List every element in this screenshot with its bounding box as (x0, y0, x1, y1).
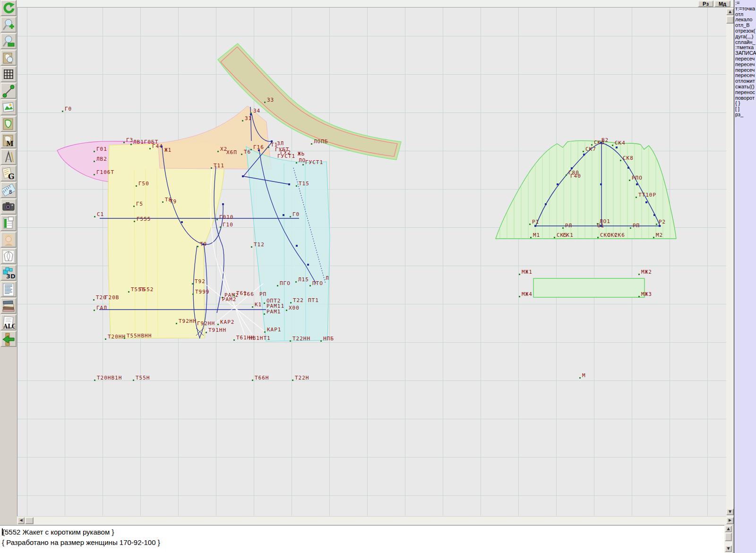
command-item[interactable]: лекало (735, 17, 756, 23)
command-item[interactable]: :=метка (735, 45, 756, 51)
3d-view-icon: 3D (2, 266, 15, 280)
toolbar-button-3d-view[interactable]: 3D (0, 265, 17, 281)
command-item[interactable]: рз_ (735, 112, 756, 118)
command-item[interactable]: пересеч (735, 56, 756, 62)
toolbar-button-ruler[interactable]: 8 (0, 182, 17, 198)
canvas-vscroll-down[interactable]: ▼ (726, 509, 734, 515)
zoom-in-icon (2, 18, 15, 32)
command-item[interactable]: отложит (735, 78, 756, 84)
toolbar-button-books[interactable] (0, 298, 17, 314)
books-icon (2, 299, 15, 313)
command-item[interactable]: пересеч (735, 73, 756, 78)
command-item[interactable]: сплайн_ (735, 40, 756, 45)
command-item[interactable]: т:=точка (735, 6, 756, 12)
piece-yellow-back[interactable] (108, 142, 224, 338)
ruler-icon: 8 (2, 183, 15, 198)
command-item[interactable]: поворот (735, 95, 756, 101)
toolbar-button-grid[interactable] (0, 66, 17, 82)
compass-icon (2, 150, 15, 164)
editor-vscroll-down[interactable]: ▼ (725, 545, 732, 552)
toolbar-button-compass[interactable] (0, 149, 17, 165)
segment-icon (2, 84, 15, 98)
grid-icon (2, 68, 15, 82)
g-document-icon: G (2, 167, 15, 181)
command-item[interactable]: отл (735, 12, 756, 17)
jacket-icon (2, 250, 15, 264)
canvas-hscroll-right[interactable]: ▶ (726, 517, 734, 524)
toolbar-button-pattern-piece[interactable] (0, 116, 17, 132)
toolbar-button-pattern-m[interactable]: M (0, 132, 17, 148)
canvas-vscroll-thumb[interactable] (726, 16, 734, 24)
toolbar-button-zoom-in[interactable] (0, 17, 17, 33)
command-item[interactable]: пересеч (735, 68, 756, 73)
command-item[interactable]: [ ] (735, 106, 756, 112)
canvas-vscroll-up[interactable]: ▲ (726, 9, 734, 15)
image-icon (2, 101, 15, 115)
canvas-vscroll-track[interactable] (726, 8, 734, 517)
toolbar-button-table[interactable] (0, 215, 17, 231)
toolbar-button-segment[interactable] (0, 83, 17, 99)
toolbar-button-algorithm[interactable]: ALG (0, 314, 17, 330)
algorithm-icon: ALG (2, 316, 15, 330)
piece-mj-rect[interactable] (533, 278, 644, 297)
toolbar-button-spec-list[interactable] (0, 281, 17, 297)
zoom-prev-icon (2, 35, 15, 49)
toolbar-button-view-pattern[interactable] (0, 50, 17, 66)
camera-icon (2, 200, 15, 214)
toolbar-button-model-photo[interactable] (0, 232, 17, 248)
command-item[interactable]: дуга(,,,) (735, 34, 756, 40)
threed-text: 3D (6, 273, 15, 280)
command-panel: :=т:=точкаотллекалоотл_Вотрезок(дуга(,,,… (734, 0, 756, 553)
md-button[interactable]: Мд (714, 0, 730, 7)
piece-sleeve-hatch (496, 141, 676, 239)
editor-line-1: {5552 Жакет с коротким рукавом } (2, 527, 724, 537)
spec-list-icon (2, 283, 15, 297)
command-item[interactable]: пересеч (735, 62, 756, 68)
toolbar-button-image[interactable] (0, 99, 17, 115)
top-strip (17, 0, 734, 8)
exit-arrow-icon (2, 332, 15, 346)
m-letter: M (6, 140, 14, 147)
command-item[interactable]: сжать(() (735, 84, 756, 90)
canvas-hscroll-left[interactable]: ◀ (17, 517, 25, 524)
canvas-hscroll-track[interactable] (17, 517, 734, 525)
toolbar-button-exit[interactable] (0, 331, 17, 347)
pattern-m-icon: M (2, 134, 15, 148)
left-toolbar: M G 8 3D ALG (0, 0, 17, 525)
pattern-piece-icon (2, 117, 15, 131)
canvas-hscroll-thumb[interactable] (25, 517, 34, 524)
view-pattern-icon (2, 51, 15, 65)
model-photo-icon (2, 233, 15, 247)
cad-window: { "top_buttons": { "rz": "Рз", "md": "Мд… (0, 0, 756, 553)
editor-vscroll-thumb[interactable] (725, 533, 732, 541)
command-item[interactable]: отрезок( (735, 28, 756, 34)
toolbar-button-camera[interactable] (0, 199, 17, 215)
toolbar-button-zoom-prev[interactable] (0, 33, 17, 49)
rotate-refresh-icon (2, 1, 15, 16)
table-icon (2, 216, 15, 231)
toolbar-button-rotate-refresh[interactable] (0, 0, 17, 16)
command-item[interactable]: перенос (735, 90, 756, 95)
editor-vscroll-up[interactable]: ▲ (725, 526, 732, 532)
editor-line-2: { Разработано на размер женщины 170-92-1… (2, 537, 724, 548)
command-item[interactable]: := (735, 0, 756, 6)
piece-teal-front[interactable] (246, 147, 330, 341)
alg-text: ALG (3, 323, 15, 330)
g-letter: G (8, 172, 15, 181)
toolbar-button-g-document[interactable]: G (0, 165, 17, 181)
drawing-canvas[interactable] (17, 8, 726, 516)
command-item[interactable]: { } (735, 101, 756, 106)
command-list: :=т:=точкаотллекалоотл_Вотрезок(дуга(,,,… (735, 0, 756, 118)
rz-button[interactable]: Рз (698, 0, 713, 7)
eight-digit: 8 (9, 190, 12, 195)
command-item[interactable]: ЗАПИСА (735, 51, 756, 56)
toolbar-button-jacket[interactable] (0, 248, 17, 264)
pattern-pieces-drawing (17, 8, 726, 516)
command-item[interactable]: отл_В (735, 23, 756, 28)
program-text-editor[interactable]: {5552 Жакет с коротким рукавом } { Разра… (0, 525, 724, 553)
